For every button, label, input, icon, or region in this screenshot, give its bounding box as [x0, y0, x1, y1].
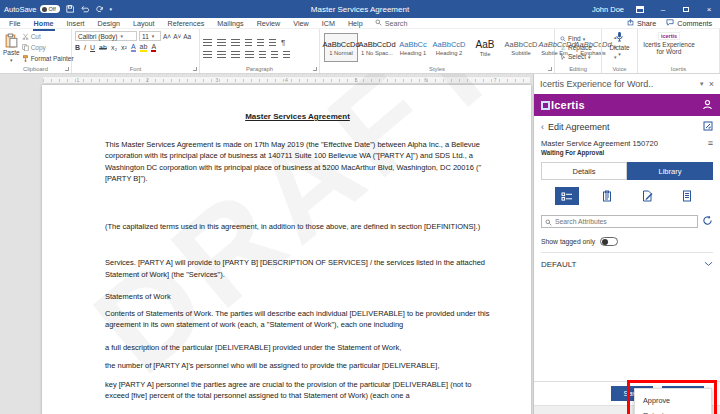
- italic-button[interactable]: I: [84, 44, 86, 51]
- attributes-search-box[interactable]: [541, 215, 698, 228]
- account-user-name[interactable]: John Doe: [592, 5, 624, 14]
- paragraph[interactable]: (The capitalized terms used in this agre…: [105, 221, 490, 233]
- approve-menu-item[interactable]: Approve: [643, 393, 711, 408]
- autosave-toggle[interactable]: AutoSave Off: [4, 5, 60, 14]
- back-chevron-icon[interactable]: ‹: [541, 122, 544, 132]
- minimize-button[interactable]: –: [656, 0, 670, 18]
- save-icon[interactable]: [66, 5, 74, 13]
- undo-icon[interactable]: [80, 5, 89, 13]
- grow-font-button[interactable]: A˄: [163, 33, 171, 40]
- paragraph[interactable]: Statements of Work: [105, 291, 490, 303]
- text-effects-button[interactable]: A: [131, 43, 136, 52]
- style-no-spacing[interactable]: AaBbCcDd1 No Spac...: [360, 33, 394, 62]
- document-page[interactable]: DRAFT Master Services Agreement This Mas…: [42, 85, 531, 414]
- show-formatting-icon[interactable]: ¶: [281, 38, 285, 47]
- decrease-indent-icon[interactable]: [245, 39, 252, 46]
- line-spacing-icon[interactable]: [259, 51, 266, 58]
- document-view-button[interactable]: [675, 187, 699, 205]
- subscript-button[interactable]: x₂: [111, 44, 117, 51]
- search-attributes-input[interactable]: [555, 218, 694, 225]
- document-title[interactable]: Master Services Agreement: [105, 111, 490, 123]
- find-button[interactable]: Find▾: [560, 35, 592, 42]
- style-normal[interactable]: AaBbCcDd1 Normal: [324, 33, 358, 62]
- clauses-view-button[interactable]: [595, 187, 619, 205]
- bullets-icon[interactable]: [203, 39, 212, 46]
- bold-button[interactable]: B: [75, 44, 80, 51]
- style-title[interactable]: AaBTitle: [468, 33, 502, 62]
- redo-icon[interactable]: [95, 5, 104, 13]
- show-tagged-only-toggle[interactable]: [600, 237, 618, 246]
- paragraph[interactable]: key [PARTY A] personnel the parties agre…: [105, 379, 490, 402]
- shading-icon[interactable]: [271, 51, 278, 58]
- styles-dialog-launcher-icon[interactable]: [548, 67, 552, 71]
- horizontal-ruler[interactable]: 1234567: [42, 76, 531, 84]
- increase-indent-icon[interactable]: [257, 39, 264, 46]
- font-size-select[interactable]: 11▾: [139, 31, 161, 41]
- shrink-font-button[interactable]: A˅: [173, 33, 181, 40]
- paragraph[interactable]: a full description of the particular [DE…: [105, 342, 490, 354]
- style-heading-1[interactable]: AaBbCcHeading 1: [396, 33, 430, 62]
- numbering-icon[interactable]: [217, 39, 226, 46]
- superscript-button[interactable]: x²: [121, 44, 127, 51]
- chevron-down-icon[interactable]: [704, 260, 713, 269]
- paragraph[interactable]: the number of [PARTY A]'s personnel who …: [105, 360, 490, 372]
- borders-icon[interactable]: [283, 51, 290, 58]
- comments-button[interactable]: Comments: [666, 19, 712, 28]
- agreement-note-icon[interactable]: [703, 121, 713, 133]
- tab-references[interactable]: References: [167, 18, 206, 29]
- tab-home[interactable]: Home: [33, 18, 55, 29]
- reject-menu-item[interactable]: Reject: [643, 408, 711, 414]
- tab-design[interactable]: Design: [97, 18, 121, 29]
- cut-button[interactable]: Cut: [22, 33, 74, 40]
- tab-library[interactable]: Library: [627, 162, 713, 180]
- tab-mailings[interactable]: Mailings: [216, 18, 244, 29]
- justify-icon[interactable]: [245, 51, 254, 58]
- paragraph[interactable]: Services. [PARTY A] will provide to [PAR…: [105, 257, 490, 280]
- search-box[interactable]: Search: [375, 19, 408, 28]
- tab-layout[interactable]: Layout: [132, 18, 156, 29]
- tab-icm[interactable]: ICM: [321, 18, 336, 29]
- share-button[interactable]: Share: [627, 19, 656, 28]
- sort-icon[interactable]: [269, 39, 276, 46]
- attributes-view-button[interactable]: [555, 187, 579, 205]
- format-painter-button[interactable]: Format Painter: [22, 55, 74, 62]
- font-dialog-launcher-icon[interactable]: [193, 67, 197, 71]
- default-section-header[interactable]: DEFAULT: [541, 260, 713, 269]
- task-pane-menu-caret-icon[interactable]: ▼: [699, 81, 705, 87]
- restore-button[interactable]: [679, 0, 693, 18]
- font-name-select[interactable]: Calibri (Body)▾: [75, 31, 137, 41]
- paragraph-dialog-launcher-icon[interactable]: [313, 67, 317, 71]
- highlight-color-button[interactable]: ab: [140, 43, 148, 52]
- tab-details[interactable]: Details: [541, 162, 627, 180]
- clipboard-dialog-launcher-icon[interactable]: [65, 67, 69, 71]
- tab-insert[interactable]: Insert: [66, 18, 86, 29]
- align-right-icon[interactable]: [231, 51, 240, 58]
- ribbon-display-options-button[interactable]: [633, 0, 647, 18]
- underline-button[interactable]: U: [90, 44, 95, 51]
- tab-help[interactable]: Help: [347, 18, 364, 29]
- user-profile-icon[interactable]: [702, 96, 713, 114]
- style-subtitle[interactable]: AaBbCcDSubtitle: [504, 33, 538, 62]
- edit-agreement-title[interactable]: Edit Agreement: [548, 122, 610, 132]
- quick-access-caret-icon[interactable]: ▾: [110, 6, 113, 12]
- task-pane-close-icon[interactable]: ×: [709, 79, 714, 89]
- font-color-button[interactable]: A: [151, 43, 156, 52]
- agreement-menu-icon[interactable]: ≡: [708, 138, 713, 148]
- tab-view[interactable]: View: [292, 18, 309, 29]
- dictate-button[interactable]: Dictate ▾: [609, 31, 629, 57]
- change-case-button[interactable]: Aa: [183, 33, 191, 40]
- multilevel-list-icon[interactable]: [231, 39, 240, 46]
- align-center-icon[interactable]: [217, 51, 226, 58]
- select-button[interactable]: Select▾: [560, 53, 592, 60]
- icertis-experience-button[interactable]: icertis Icertis Experience for Word: [641, 31, 697, 64]
- style-heading-2[interactable]: AaBbCcDHeading 2: [432, 33, 466, 62]
- copy-button[interactable]: Copy: [22, 44, 74, 51]
- edit-document-view-button[interactable]: [635, 187, 659, 205]
- paragraph[interactable]: Contents of Statements of Work. The part…: [105, 308, 490, 331]
- replace-button[interactable]: Replace: [560, 44, 592, 51]
- paste-button[interactable]: Paste ▾: [3, 31, 20, 64]
- align-left-icon[interactable]: [203, 51, 212, 58]
- strikethrough-button[interactable]: ab: [99, 44, 107, 51]
- close-button[interactable]: ×: [702, 0, 716, 18]
- tab-file[interactable]: File: [8, 18, 22, 29]
